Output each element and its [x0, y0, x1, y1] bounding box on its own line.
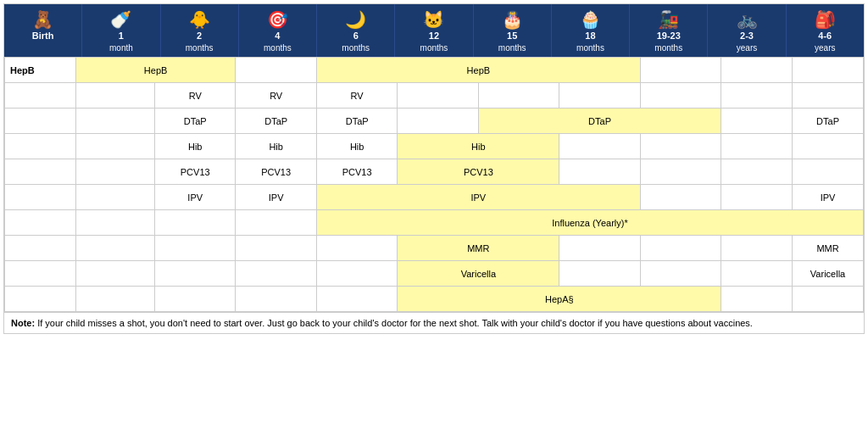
rv-row: RV RV RV: [5, 83, 864, 109]
46y-icon: 🎒: [790, 9, 860, 30]
varicella-row: Varicella Varicella: [5, 261, 864, 287]
dtap-2m: DTaP: [154, 109, 235, 134]
pcv13-label: [5, 159, 76, 185]
pcv13-4m: PCV13: [236, 159, 316, 185]
rv-label: [5, 83, 76, 109]
mmr-1m: [75, 236, 154, 261]
vaccine-chart: 🧸 Birth 🍼 1month 🐥 2months 🎯 4months 🌙 6…: [3, 3, 865, 334]
hepb-6m-18m: HepB: [316, 58, 640, 83]
hepa-6m: [316, 287, 397, 312]
hepa-row: HepA§: [5, 287, 864, 312]
mmr-label: [5, 236, 76, 261]
hib-1m: [75, 134, 154, 159]
mmr-12m-15m: MMR: [398, 236, 559, 261]
varicella-4m: [236, 261, 316, 287]
mmr-23y: [721, 236, 793, 261]
ipv-row: IPV IPV IPV IPV: [5, 185, 864, 210]
23y-label: 2-3years: [737, 31, 757, 53]
15m-icon: 🎂: [477, 9, 548, 30]
dtap-label: [5, 109, 76, 134]
mmr-2m: [154, 236, 235, 261]
dtap-23y: [721, 109, 793, 134]
dtap-4m: DTaP: [236, 109, 316, 134]
birth-icon: 🧸: [8, 9, 78, 30]
header-18m: 🧁 18months: [552, 4, 630, 57]
pcv13-6m: PCV13: [316, 159, 397, 185]
12m-icon: 🐱: [398, 9, 469, 30]
influenza-1m: [75, 210, 154, 236]
pcv13-2m: PCV13: [154, 159, 235, 185]
note-section: Note: If your child misses a shot, you d…: [4, 312, 864, 333]
hib-23y: [721, 134, 793, 159]
hepb-4m: [236, 58, 316, 83]
hepa-label: [5, 287, 76, 312]
hepa-46y: [793, 287, 864, 312]
hepa-12m-1923m: HepA§: [398, 287, 721, 312]
influenza-row: Influenza (Yearly)*: [5, 210, 864, 236]
header-2m: 🐥 2months: [161, 4, 239, 57]
rv-6m: RV: [316, 83, 397, 109]
pcv13-46y: [793, 159, 864, 185]
influenza-span: Influenza (Yearly)*: [316, 210, 863, 236]
varicella-2m: [154, 261, 235, 287]
varicella-12m-15m: Varicella: [398, 261, 559, 287]
rv-18m: [559, 83, 640, 109]
pcv13-18m: [559, 159, 640, 185]
2m-label: 2months: [186, 31, 214, 53]
varicella-1923m: [640, 261, 721, 287]
header-row: 🧸 Birth 🍼 1month 🐥 2months 🎯 4months 🌙 6…: [4, 4, 864, 57]
dtap-46y: DTaP: [793, 109, 864, 134]
rv-15m: [478, 83, 559, 109]
pcv13-12m-15m: PCV13: [398, 159, 559, 185]
23y-icon: 🚲: [711, 9, 782, 30]
mmr-6m: [316, 236, 397, 261]
pcv13-1m: [75, 159, 154, 185]
hepa-1m: [75, 287, 154, 312]
hepa-2m: [154, 287, 235, 312]
mmr-46y: MMR: [793, 236, 864, 261]
6m-label: 6months: [342, 31, 370, 53]
hepb-row: HepB HepB HepB: [5, 58, 864, 83]
ipv-1923m: [640, 185, 721, 210]
rv-46y: [793, 83, 864, 109]
ipv-1m: [75, 185, 154, 210]
hepb-1923m: [640, 58, 721, 83]
1m-icon: 🍼: [86, 9, 156, 30]
18m-label: 18months: [576, 31, 604, 53]
influenza-2m: [154, 210, 235, 236]
ipv-label: [5, 185, 76, 210]
pcv13-23y: [721, 159, 793, 185]
4m-icon: 🎯: [242, 9, 313, 30]
header-birth: 🧸 Birth: [4, 4, 82, 57]
hib-row: Hib Hib Hib Hib: [5, 134, 864, 159]
vaccine-table: HepB HepB HepB RV RV RV DTaP D: [4, 57, 864, 312]
hib-label: [5, 134, 76, 159]
varicella-label: [5, 261, 76, 287]
header-46y: 🎒 4-6years: [787, 4, 864, 57]
influenza-label: [5, 210, 76, 236]
rv-12m: [398, 83, 478, 109]
1923m-icon: 🚂: [633, 9, 704, 30]
note-text: If your child misses a shot, you don't n…: [35, 318, 753, 328]
hib-2m: Hib: [154, 134, 235, 159]
header-1923m: 🚂 19-23months: [630, 4, 708, 57]
hib-12m-15m: Hib: [398, 134, 559, 159]
ipv-4m: IPV: [236, 185, 316, 210]
header-15m: 🎂 15months: [474, 4, 552, 57]
mmr-1923m: [640, 236, 721, 261]
hib-18m: [559, 134, 640, 159]
hib-46y: [793, 134, 864, 159]
ipv-23y: [721, 185, 793, 210]
dtap-15m-1923m: DTaP: [478, 109, 721, 134]
header-12m: 🐱 12months: [395, 4, 473, 57]
hib-1923m: [640, 134, 721, 159]
varicella-46y: Varicella: [793, 261, 864, 287]
rv-1m: [75, 83, 154, 109]
2m-icon: 🐥: [164, 9, 235, 30]
hepb-1m-2m: HepB: [75, 58, 236, 83]
note-bold: Note:: [11, 318, 35, 328]
rv-1923m: [640, 83, 721, 109]
mmr-18m: [559, 236, 640, 261]
4m-label: 4months: [264, 31, 292, 53]
hepa-4m: [236, 287, 316, 312]
